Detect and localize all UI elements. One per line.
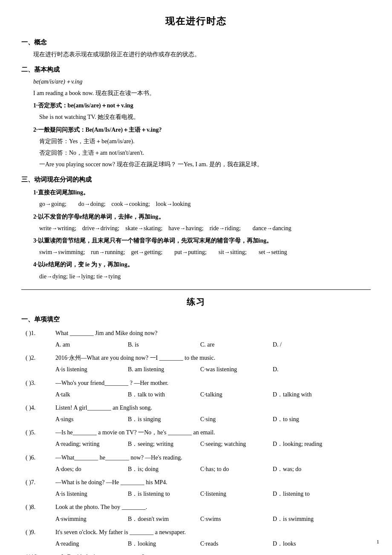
option-5-D: D．looking; reading xyxy=(273,439,341,449)
option-3-D: D．talking with xyxy=(273,389,341,400)
rule4-ex: die→dying; lie→lying; tie→tying xyxy=(21,271,371,282)
question-7: ( )7.—What is he doing? —He ________ his… xyxy=(21,477,371,499)
question-text-5: —Is he________ a movie on TV? 一No，he's _… xyxy=(55,427,371,438)
question-text-4: Listen! A girl________ an English song. xyxy=(55,402,371,413)
option-9-B: B．looking xyxy=(128,538,196,549)
question-number-1: ( )1. xyxy=(26,328,55,338)
option-1-D: D. / xyxy=(273,339,341,350)
question-text-10: —Is David playing computer games? —_____… xyxy=(55,552,371,555)
sub1-title: 1·否定形式：be(am/is/are)＋not＋v.ing xyxy=(21,100,371,111)
rule3-ex: swim→swimming; run→running; get→getting;… xyxy=(21,247,371,257)
option-6-A: A·does; do xyxy=(55,464,124,474)
option-4-C: C·sing xyxy=(200,414,268,425)
question-row-5: ( )5.—Is he________ a movie on TV? 一No，h… xyxy=(21,427,371,438)
question-row-3: ( )3.—Who's your friend________ ? —Her m… xyxy=(21,378,371,388)
questions-container: ( )1.What ________ Jim and Mike doing no… xyxy=(21,328,371,555)
rule3-title: 3·以重读闭音节结尾，且末尾只有一个辅音字母的单词，先双写末尾的辅音字母，再加i… xyxy=(21,235,371,246)
option-9-A: A·reading xyxy=(55,538,124,549)
question-number-8: ( )8. xyxy=(26,502,55,512)
option-3-B: B．talk to with xyxy=(128,389,196,400)
question-row-8: ( )8.Look at the photo. The boy ________… xyxy=(21,502,371,512)
sub2-no: 否定回答：No，主语＋am not/isn't/aren't. xyxy=(21,147,371,158)
question-8: ( )8.Look at the photo. The boy ________… xyxy=(21,502,371,524)
option-7-B: B．is listening to xyxy=(128,489,196,499)
option-6-B: B．is; doing xyxy=(128,464,196,474)
option-2-C: C·was listening xyxy=(200,364,268,375)
exercise-section-title: 一、单项填空 xyxy=(21,314,371,325)
page-title: 现在进行时态 xyxy=(21,13,371,30)
example1: I am reading a book now. 现在我正在读一本书。 xyxy=(21,88,371,98)
option-4-A: A·sings xyxy=(55,414,124,425)
question-text-6: —What________ he________ now? —He's read… xyxy=(55,452,371,463)
options-row-3: A·talkB．talk to withC·talkingD．talking w… xyxy=(21,389,371,400)
option-6-C: C·has; to do xyxy=(200,464,268,474)
section1-title: 一、概念 xyxy=(21,37,371,48)
question-number-10: ( )10. xyxy=(26,552,55,555)
options-row-1: A. amB. isC. areD. / xyxy=(21,339,371,350)
question-text-2: 2016·永州—What are you doing now? 一I _____… xyxy=(55,353,371,363)
option-8-B: B．doesn't swim xyxy=(128,514,196,524)
option-6-D: D．was; do xyxy=(273,464,341,474)
question-text-7: —What is he doing? —He ________ his MP4. xyxy=(55,477,371,488)
question-row-7: ( )7.—What is he doing? —He ________ his… xyxy=(21,477,371,488)
option-9-D: D．looks xyxy=(273,538,341,549)
question-row-2: ( )2.2016·永州—What are you doing now? 一I … xyxy=(21,353,371,363)
option-5-C: C·seeing; watching xyxy=(200,439,268,449)
option-4-B: B．is singing xyxy=(128,414,196,425)
rule1-title: 1·直接在词尾加ling。 xyxy=(21,187,371,198)
question-text-1: What ________ Jim and Mike doing now? xyxy=(55,328,371,338)
page-number: 1 xyxy=(377,537,380,546)
question-text-9: It's seven o'clock. My father is _______… xyxy=(55,527,371,538)
options-row-9: A·readingB．lookingC·readsD．looks xyxy=(21,538,371,549)
option-2-A: A·is listening xyxy=(55,364,124,375)
sub1-ex: She is not watching TV. 她没在看电视。 xyxy=(21,112,371,122)
option-1-A: A. am xyxy=(55,339,124,350)
question-number-3: ( )3. xyxy=(26,378,55,388)
question-row-10: ( )10.—Is David playing computer games? … xyxy=(21,552,371,555)
option-1-C: C. are xyxy=(200,339,268,350)
question-5: ( )5.—Is he________ a movie on TV? 一No，h… xyxy=(21,427,371,449)
option-5-B: B．seeing; writing xyxy=(128,439,196,449)
question-number-4: ( )4. xyxy=(26,402,55,413)
divider xyxy=(21,289,371,290)
question-row-4: ( )4.Listen! A girl________ an English s… xyxy=(21,402,371,413)
exercise-title: 练习 xyxy=(21,294,371,309)
question-number-9: ( )9. xyxy=(26,527,55,538)
question-number-7: ( )7. xyxy=(26,477,55,488)
sub2-ex: 一Are you playing soccer now? 现在你正在踢足球吗？ … xyxy=(21,159,371,170)
rule2-title: 2·以不发音的字母e结尾的单词，去掉e，再加ing。 xyxy=(21,211,371,222)
option-8-C: C·swims xyxy=(200,514,268,524)
rule2-ex: write→writing; drive→driving; skate→skat… xyxy=(21,223,371,234)
question-6: ( )6.—What________ he________ now? —He's… xyxy=(21,452,371,474)
option-1-B: B. is xyxy=(128,339,196,350)
question-1: ( )1.What ________ Jim and Mike doing no… xyxy=(21,328,371,350)
question-row-9: ( )9.It's seven o'clock. My father is __… xyxy=(21,527,371,538)
options-row-4: A·singsB．is singingC·singD．to sing xyxy=(21,414,371,425)
question-3: ( )3.—Who's your friend________ ? —Her m… xyxy=(21,378,371,400)
options-row-7: A·is listeningB．is listening toC·listeni… xyxy=(21,489,371,499)
options-row-6: A·does; doB．is; doingC·has; to doD．was; … xyxy=(21,464,371,474)
rule4-title: 4·以ie结尾的词，变 ie 为 y，再加ing。 xyxy=(21,259,371,270)
question-number-2: ( )2. xyxy=(26,353,55,363)
section1-text: 现在进行时态表示现在或现阶段正在进行的动作或存在的状态。 xyxy=(21,49,371,60)
option-8-D: D．is swimming xyxy=(273,514,341,524)
sub2-title: 2·一般疑问问形式：Be(Am/Is/Are)＋主语＋v.ing? xyxy=(21,124,371,135)
question-4: ( )4.Listen! A girl________ an English s… xyxy=(21,402,371,425)
question-row-6: ( )6.—What________ he________ now? —He's… xyxy=(21,452,371,463)
option-7-A: A·is listening xyxy=(55,489,124,499)
option-2-D: D. xyxy=(273,364,341,375)
options-row-5: A·reading; writingB．seeing; writingC·see… xyxy=(21,439,371,449)
question-9: ( )9.It's seven o'clock. My father is __… xyxy=(21,527,371,549)
option-5-A: A·reading; writing xyxy=(55,439,124,449)
option-7-D: D．listening to xyxy=(273,489,341,499)
sub2-yes: 肯定回答：Yes，主语＋be(am/is/are). xyxy=(21,136,371,147)
question-text-3: —Who's your friend________ ? —Her mother… xyxy=(55,378,371,388)
section2-title: 二、基本构成 xyxy=(21,64,371,75)
option-3-A: A·talk xyxy=(55,389,124,400)
question-2: ( )2.2016·永州—What are you doing now? 一I … xyxy=(21,353,371,375)
question-number-5: ( )5. xyxy=(26,427,55,438)
question-10: ( )10.—Is David playing computer games? … xyxy=(21,552,371,555)
option-7-C: C·listening xyxy=(200,489,268,499)
question-row-1: ( )1.What ________ Jim and Mike doing no… xyxy=(21,328,371,338)
option-4-D: D．to sing xyxy=(273,414,341,425)
